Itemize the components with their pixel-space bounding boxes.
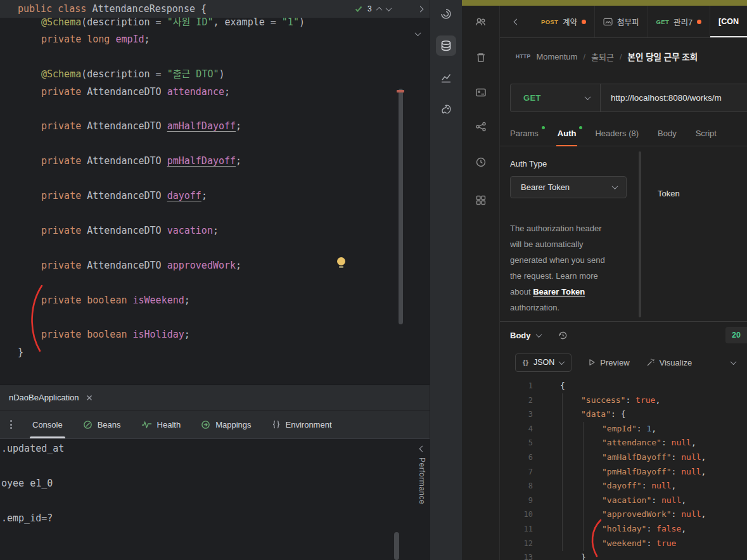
json-line: 11"holiday": false, — [500, 522, 747, 537]
console-scrollbar[interactable] — [394, 532, 399, 560]
run-window-tab-row: nDaoBeApplication — [0, 385, 430, 410]
editor-corner-bar — [411, 0, 430, 18]
wand-icon — [646, 358, 655, 367]
breadcrumb-request-name[interactable]: 본인 당일 근무 조회 — [628, 50, 698, 63]
attachment-tab-icon — [603, 18, 613, 26]
unsaved-dot — [582, 20, 586, 24]
json-line: 1{ — [500, 379, 747, 393]
breadcrumb-separator: / — [583, 52, 585, 61]
response-body-label[interactable]: Body — [510, 331, 531, 340]
editor-scrollbar[interactable] — [399, 89, 403, 324]
history-clock-icon[interactable] — [474, 155, 488, 169]
postman-sidebar-rail — [462, 6, 500, 560]
more-options-icon[interactable] — [10, 420, 12, 429]
chevron-down-icon — [559, 359, 565, 365]
request-tab-active[interactable]: [CON — [710, 6, 747, 37]
play-icon — [588, 359, 596, 366]
request-tab-2[interactable]: 첨부피 — [595, 6, 648, 37]
back-button[interactable] — [500, 6, 533, 37]
method-selector[interactable]: GET — [511, 84, 601, 111]
code-line: private AttendanceDTO vacation; — [0, 222, 411, 239]
run-app-tab-label: nDaoBeApplication — [9, 393, 79, 402]
url-input[interactable]: http://localhost:8080/works/m — [601, 84, 747, 111]
next-problem-icon[interactable] — [385, 5, 392, 11]
toolwindow-stripe — [430, 0, 462, 560]
auth-type-value: Bearer Token — [521, 182, 570, 192]
status-badge[interactable]: 20 — [725, 327, 747, 343]
code-line: } — [0, 344, 411, 361]
ai-assistant-icon[interactable] — [436, 4, 456, 24]
performance-tab[interactable]: Performance — [418, 447, 426, 504]
braces-icon — [272, 420, 281, 429]
tab-console[interactable]: Console — [22, 410, 73, 438]
response-json[interactable]: 1{2"success": true,3"data": {4"empId": 1… — [500, 379, 747, 560]
breadcrumb-separator: / — [620, 52, 622, 61]
check-icon — [355, 6, 362, 12]
trash-icon[interactable] — [474, 51, 488, 65]
breadcrumb-folder[interactable]: 출퇴근 — [591, 51, 614, 63]
tab-beans[interactable]: Beans — [73, 410, 131, 438]
response-toolbar: {} JSON Preview Visualize — [500, 351, 747, 374]
console-panel[interactable]: .updated_atoyee e1_0.emp_id=? Performanc… — [0, 439, 430, 560]
code-line — [0, 274, 411, 291]
auth-type-select[interactable]: Bearer Token — [510, 176, 627, 198]
breadcrumb: HTTP Momentum / 출퇴근 / 본인 당일 근무 조회 — [500, 38, 747, 75]
preview-button[interactable]: Preview — [588, 358, 629, 367]
code-line: @Schema(description = "출근 DTO") — [0, 66, 411, 83]
json-line: 10"approvedWork": null, — [500, 507, 747, 522]
visualize-button[interactable]: Visualize — [646, 358, 693, 367]
tab-headers-label: Headers (8) — [595, 129, 639, 138]
tab-headers[interactable]: Headers (8) — [595, 121, 639, 146]
intention-bulb-icon[interactable] — [336, 257, 346, 269]
console-line: .emp_id=? — [0, 509, 430, 544]
inspections-widget[interactable]: 3 — [355, 2, 391, 16]
json-line: 3"data": { — [500, 407, 747, 422]
code-line — [0, 136, 411, 153]
tab-body[interactable]: Body — [658, 121, 677, 146]
database-icon[interactable] — [436, 35, 456, 56]
auth-panel: Auth Type Bearer Token The authorization… — [500, 146, 747, 321]
tab-mappings-label: Mappings — [215, 420, 251, 430]
tab-environment[interactable]: Environment — [262, 410, 342, 438]
close-icon[interactable] — [86, 395, 93, 401]
collapse-left-icon[interactable] — [419, 446, 425, 452]
url-value: http://localhost:8080/works/m — [611, 93, 722, 103]
tab-mappings[interactable]: Mappings — [191, 410, 261, 438]
code-line: private AttendanceDTO pmHalfDayoff; — [0, 153, 411, 170]
format-select[interactable]: {} JSON — [515, 353, 571, 372]
green-dot — [542, 126, 545, 129]
postman-main: POST 계약 첨부피 GET 관리7 [CON HTTP — [500, 6, 747, 560]
tab-health[interactable]: Health — [131, 410, 191, 438]
run-app-tab[interactable]: nDaoBeApplication — [0, 385, 101, 410]
expand-right-icon[interactable] — [417, 6, 423, 12]
method-post-label: POST — [541, 18, 558, 25]
code-line: private long empId; — [0, 31, 411, 48]
response-history-icon[interactable] — [558, 330, 568, 341]
inspection-count: 3 — [367, 4, 372, 13]
braces-icon: {} — [523, 359, 528, 366]
pulse-icon — [141, 421, 152, 428]
code-line — [0, 239, 411, 257]
format-value: JSON — [533, 358, 554, 367]
auth-scrollbar[interactable] — [639, 151, 641, 317]
gradle-icon[interactable] — [436, 99, 456, 119]
method-value: GET — [523, 93, 541, 103]
tab-params[interactable]: Params — [510, 121, 539, 146]
chevron-down-icon[interactable] — [535, 331, 542, 338]
json-line: 2"success": true, — [500, 393, 747, 408]
flows-icon[interactable] — [474, 86, 488, 99]
code-editor[interactable]: public class AttendanceResponse {@Schema… — [0, 0, 430, 385]
chevron-down-icon — [585, 94, 591, 100]
collapse-response-icon[interactable] — [731, 359, 737, 365]
tab-scripts[interactable]: Script — [696, 121, 717, 146]
breadcrumb-workspace[interactable]: Momentum — [536, 52, 577, 61]
tab-auth[interactable]: Auth — [558, 121, 577, 146]
network-nodes-icon[interactable] — [474, 120, 488, 134]
request-tab-1[interactable]: POST 계약 — [533, 6, 595, 37]
grid-icon[interactable] — [474, 193, 488, 207]
prev-problem-icon[interactable] — [376, 6, 382, 13]
chart-icon[interactable] — [436, 68, 456, 88]
team-icon[interactable] — [474, 15, 488, 29]
request-tab-3[interactable]: GET 관리7 — [648, 6, 710, 37]
bearer-token-link[interactable]: Bearer Token — [533, 287, 585, 296]
